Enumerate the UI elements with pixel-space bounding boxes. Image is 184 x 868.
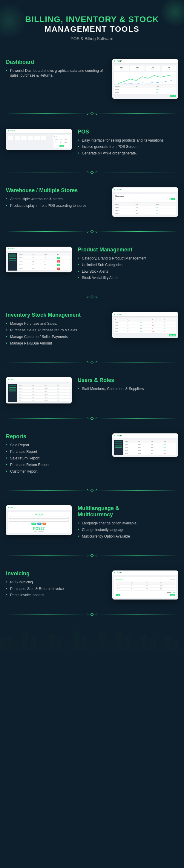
feature-item: POS Invoicing: [6, 580, 106, 585]
hero-subtitle: POS & Billing Software: [6, 36, 178, 41]
svg-rect-19: [158, 643, 163, 650]
mock-bar: POS27: [112, 59, 178, 64]
feature-item: Staff Members, Customers & Suppliers: [78, 386, 178, 392]
feature-item: Add multiple warehouse & stores.: [6, 197, 106, 202]
feature-item: Sale Report: [6, 443, 106, 448]
feature-item: Purchase, Sale & Returns Invoice: [6, 586, 106, 591]
feature-item: Stock Availability Alerts: [78, 275, 178, 280]
feature-item: Category, Brand & Product Management: [78, 256, 178, 261]
feature-item: Purchase, Sales, Purchase return & Sales: [6, 328, 106, 333]
cityscape-svg: [0, 626, 184, 650]
feature-image-pos: POS27 Order: [6, 129, 72, 150]
feature-item: Customer Report: [6, 469, 106, 474]
feature-list-product: Category, Brand & Product Management Unl…: [78, 256, 178, 280]
feature-list-invoicing: POS Invoicing Purchase, Sale & Returns I…: [6, 580, 106, 598]
dashboard-chart: [115, 73, 175, 84]
feature-item: Prints Invoice options: [6, 593, 106, 598]
feature-dashboard: Dashboard Powerful Dashboard shows graph…: [0, 50, 184, 108]
feature-item: Purchase Report: [6, 449, 106, 454]
svg-rect-18: [149, 639, 156, 650]
svg-rect-14: [116, 632, 123, 650]
feature-list-dashboard: Powerful Dashboard shows graphical data …: [6, 68, 106, 79]
feature-text-invoicing: Invoicing POS Invoicing Purchase, Sale &…: [6, 570, 106, 599]
svg-rect-1: [7, 636, 12, 650]
feature-item: Multicurrency Option Available: [78, 534, 178, 539]
mock-screen-pos: POS27 Order: [6, 129, 72, 150]
feature-reports: Reports Sale Report Purchase Report Sale…: [0, 425, 184, 484]
mock-screen-multilang: POS27 POS27 Login EN AR POS27: [6, 505, 72, 535]
cityscape-decoration: [0, 626, 184, 650]
feature-title-multilang: Multilanguage & Multicurrency: [78, 505, 178, 518]
feature-text-warehouse: Warehouse / Multiple Stores Add multiple…: [6, 187, 106, 210]
feature-list-users: Staff Members, Customers & Suppliers: [78, 386, 178, 392]
svg-rect-15: [125, 637, 130, 650]
feature-list-multilang: Language change option available Change …: [78, 521, 178, 539]
hero-title-green: BILLING, INVENTORY & STOCK: [6, 14, 178, 25]
svg-rect-16: [132, 642, 140, 650]
feature-image-invoicing: POS27 INVOICE #INV-001 Item Qty Price To…: [112, 570, 178, 599]
feature-inventory: Inventory Stock Management Manage Purcha…: [0, 303, 184, 356]
feature-title-pos: POS: [78, 129, 178, 135]
feature-item: Powerful Dashboard shows graphical data …: [6, 68, 106, 79]
feature-list-reports: Sale Report Purchase Report Sale return …: [6, 443, 106, 474]
feature-image-dashboard: POS27 245 Sales 132 Purchase 18 Returns: [112, 59, 178, 99]
circuit-4: [0, 291, 184, 303]
feature-multilang: Multilanguage & Multicurrency Language c…: [0, 496, 184, 549]
feature-image-product: POS27 Product Cat: [6, 247, 72, 272]
feature-title-product: Product Management: [78, 247, 178, 253]
circuit-8: [0, 550, 184, 561]
circuit-2: [0, 166, 184, 178]
feature-item: Product display in front POS according t…: [6, 203, 106, 208]
feature-title-reports: Reports: [6, 433, 106, 440]
feature-text-pos: POS Easy interface for selling products …: [78, 129, 178, 157]
svg-rect-9: [73, 631, 80, 650]
feature-item: Change instantly language: [78, 527, 178, 532]
hero-title-white: MANAGEMENT TOOLS: [6, 25, 178, 34]
circuit-6: [0, 412, 184, 425]
circuit-7: [0, 484, 184, 496]
mock-screen-inventory: POS27 Ref Type Paid Due Status #001 Sale…: [112, 312, 178, 338]
svg-rect-0: [0, 639, 6, 650]
feature-text-dashboard: Dashboard Powerful Dashboard shows graph…: [6, 59, 106, 80]
feature-text-users: Users & Roles Staff Members, Customers &…: [78, 377, 178, 393]
circuit-3: [0, 226, 184, 238]
feature-item: Purchase Return Report: [6, 462, 106, 467]
feature-item: Generate bill while order generate.: [78, 151, 178, 156]
mock-content: 245 Sales 132 Purchase 18 Returns 89 Pro…: [112, 64, 178, 99]
mock-screen-warehouse: POS27 Warehouses Add Name City Action: [112, 187, 178, 217]
svg-rect-13: [106, 641, 115, 650]
feature-list-warehouse: Add multiple warehouse & stores. Product…: [6, 197, 106, 208]
feature-image-warehouse: POS27 Warehouses Add Name City Action: [112, 187, 178, 217]
feature-warehouse: Warehouse / Multiple Stores Add multiple…: [0, 178, 184, 226]
feature-list-pos: Easy interface for selling products and …: [78, 138, 178, 156]
feature-title-users: Users & Roles: [78, 377, 178, 383]
svg-rect-2: [13, 642, 21, 650]
feature-title-dashboard: Dashboard: [6, 59, 106, 65]
svg-rect-21: [173, 640, 179, 650]
feature-image-users: POS27 Name Role: [6, 377, 72, 403]
feature-list-inventory: Manage Purchase and Sales. Purchase, Sal…: [6, 321, 106, 346]
circuit-9: [0, 609, 184, 620]
svg-rect-20: [164, 636, 171, 650]
feature-item: Manage Paid/Due Amount: [6, 341, 106, 346]
feature-image-multilang: POS27 POS27 Login EN AR POS27: [6, 505, 72, 535]
feature-image-reports: POS27 Date Ref C: [112, 433, 178, 457]
feature-title-inventory: Inventory Stock Management: [6, 312, 106, 318]
feature-text-inventory: Inventory Stock Management Manage Purcha…: [6, 312, 106, 347]
hero-section: BILLING, INVENTORY & STOCK MANAGEMENT TO…: [0, 0, 184, 50]
svg-rect-11: [89, 639, 97, 650]
svg-rect-4: [30, 637, 36, 650]
feature-users: Users & Roles Staff Members, Customers &…: [0, 368, 184, 412]
feature-image-inventory: POS27 Ref Type Paid Due Status #001 Sale…: [112, 312, 178, 338]
mock-screen-dashboard: POS27 245 Sales 132 Purchase 18 Returns: [112, 59, 178, 99]
svg-rect-7: [57, 638, 62, 650]
svg-rect-12: [99, 633, 105, 650]
mock-screen-users: POS27 Name Role: [6, 377, 72, 403]
feature-item: Unlimited Sub Categories: [78, 262, 178, 268]
feature-pos: POS Easy interface for selling products …: [0, 120, 184, 166]
feature-item: Sale return Report: [6, 456, 106, 461]
mock-screen-reports: POS27 Date Ref C: [112, 433, 178, 457]
feature-invoicing: Invoicing POS Invoicing Purchase, Sale &…: [0, 561, 184, 609]
circuit-1: [0, 108, 184, 120]
svg-rect-17: [141, 635, 147, 650]
